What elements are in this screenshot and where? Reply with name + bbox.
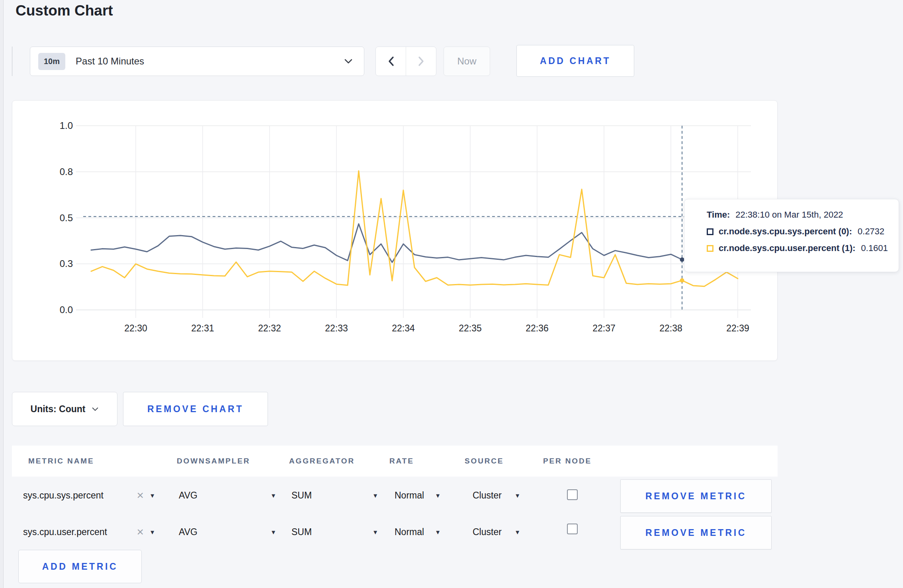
time-range-select[interactable]: 10m Past 10 Minutes <box>30 47 364 76</box>
caret-down-icon: ▼ <box>149 529 155 535</box>
units-select[interactable]: Units: Count <box>12 392 117 426</box>
aggregator-dropdown[interactable]: SUM ▼ <box>291 523 378 541</box>
x-axis-tick-label: 22:35 <box>459 323 482 333</box>
y-axis-tick-label: 0.5 <box>60 212 73 223</box>
source-value: Cluster <box>473 527 502 537</box>
aggregator-value: SUM <box>291 527 312 537</box>
source-dropdown[interactable]: Cluster ▼ <box>473 486 520 504</box>
toolbar-divider <box>12 47 12 76</box>
caret-down-icon: ▼ <box>270 529 276 535</box>
rate-value: Normal <box>395 490 424 501</box>
metric-name-value: sys.cpu.user.percent <box>23 527 134 537</box>
metrics-table-header: METRIC NAME DOWNSAMPLER AGGREGATOR RATE … <box>12 446 778 477</box>
downsampler-dropdown[interactable]: AVG ▼ <box>179 523 276 541</box>
source-dropdown[interactable]: Cluster ▼ <box>473 523 520 541</box>
series-line-1 <box>91 171 738 286</box>
metric-name-dropdown[interactable]: sys.cpu.user.percent × ▼ <box>23 523 155 541</box>
downsampler-value: AVG <box>179 490 197 501</box>
x-axis-tick-label: 22:30 <box>124 323 147 333</box>
clear-metric-icon[interactable]: × <box>137 526 144 538</box>
chevron-down-icon <box>92 407 99 411</box>
collapsed-sidebar-gutter <box>0 0 4 588</box>
clear-metric-icon[interactable]: × <box>137 489 144 501</box>
per-node-checkbox[interactable] <box>567 524 578 534</box>
tooltip-time-value: 22:38:10 on Mar 15th, 2022 <box>735 210 843 220</box>
source-value: Cluster <box>473 490 502 501</box>
table-row: sys.cpu.sys.percent × ▼ AVG ▼ SUM ▼ Norm… <box>12 486 778 504</box>
remove-metric-button[interactable]: REMOVE METRIC <box>620 516 772 549</box>
col-header-aggregator: AGGREGATOR <box>289 457 355 465</box>
time-range-label: Past 10 Minutes <box>76 56 344 67</box>
tooltip-time-label: Time: <box>707 210 730 220</box>
crosshair-dot-1 <box>680 278 684 282</box>
y-axis-tick-label: 0.3 <box>60 258 73 269</box>
series-0-swatch-icon <box>707 228 713 235</box>
caret-down-icon: ▼ <box>372 492 378 499</box>
add-metric-button[interactable]: ADD METRIC <box>18 550 142 583</box>
tooltip-series-row: cr.node.sys.cpu.user.percent (1): 0.1601 <box>707 243 899 253</box>
page-title: Custom Chart <box>16 2 113 19</box>
metric-name-value: sys.cpu.sys.percent <box>23 490 134 501</box>
tooltip-series-1-value: 0.1601 <box>861 243 888 253</box>
caret-down-icon: ▼ <box>514 529 520 535</box>
rate-dropdown[interactable]: Normal ▼ <box>395 486 441 504</box>
chart-card: 0.00.30.50.81.022:3022:3122:3222:3322:34… <box>12 100 778 361</box>
x-axis-tick-label: 22:36 <box>526 323 549 333</box>
col-header-per-node: PER NODE <box>543 457 592 465</box>
tooltip-series-row: cr.node.sys.cpu.sys.percent (0): 0.2732 <box>707 226 899 237</box>
rate-value: Normal <box>395 527 424 537</box>
col-header-source: SOURCE <box>465 457 504 465</box>
crosshair-dot-0 <box>680 257 684 262</box>
x-axis-tick-label: 22:31 <box>191 323 214 333</box>
x-axis-tick-label: 22:38 <box>659 323 682 333</box>
x-axis-tick-label: 22:34 <box>392 323 415 333</box>
tooltip-series-0-label: cr.node.sys.cpu.sys.percent (0): <box>719 226 852 237</box>
remove-metric-button[interactable]: REMOVE METRIC <box>620 479 772 513</box>
remove-chart-button[interactable]: REMOVE CHART <box>123 392 268 426</box>
y-axis-tick-label: 1.0 <box>60 120 73 131</box>
x-axis-tick-label: 22:39 <box>726 323 749 333</box>
aggregator-value: SUM <box>291 490 312 501</box>
time-pager <box>375 47 436 76</box>
table-row: sys.cpu.user.percent × ▼ AVG ▼ SUM ▼ Nor… <box>12 523 778 541</box>
col-header-rate: RATE <box>389 457 414 465</box>
series-line-0 <box>91 224 738 263</box>
x-axis-tick-label: 22:32 <box>258 323 281 333</box>
timeseries-chart[interactable]: 0.00.30.50.81.022:3022:3122:3222:3322:34… <box>12 101 778 361</box>
aggregator-dropdown[interactable]: SUM ▼ <box>291 486 378 504</box>
chevron-left-icon <box>388 56 394 66</box>
chevron-right-icon <box>418 56 424 66</box>
caret-down-icon: ▼ <box>270 492 276 499</box>
units-label: Units: Count <box>31 404 86 415</box>
col-header-metric-name: METRIC NAME <box>28 457 94 465</box>
tooltip-series-0-value: 0.2732 <box>858 226 884 237</box>
caret-down-icon: ▼ <box>435 529 441 535</box>
y-axis-tick-label: 0.8 <box>60 166 73 177</box>
caret-down-icon: ▼ <box>149 492 155 499</box>
caret-down-icon: ▼ <box>514 492 520 499</box>
chevron-down-icon <box>344 58 353 64</box>
downsampler-value: AVG <box>179 527 197 537</box>
x-axis-tick-label: 22:37 <box>592 323 616 333</box>
series-1-swatch-icon <box>707 245 713 252</box>
chart-tooltip: Time: 22:38:10 on Mar 15th, 2022 cr.node… <box>684 199 899 272</box>
caret-down-icon: ▼ <box>435 492 441 499</box>
add-chart-button[interactable]: ADD CHART <box>516 45 634 77</box>
metric-name-dropdown[interactable]: sys.cpu.sys.percent × ▼ <box>23 486 155 504</box>
x-axis-tick-label: 22:33 <box>325 323 348 333</box>
rate-dropdown[interactable]: Normal ▼ <box>395 523 441 541</box>
now-button[interactable]: Now <box>444 47 490 76</box>
prev-time-button[interactable] <box>376 47 406 76</box>
col-header-downsampler: DOWNSAMPLER <box>177 457 250 465</box>
caret-down-icon: ▼ <box>372 529 378 535</box>
tooltip-time-row: Time: 22:38:10 on Mar 15th, 2022 <box>707 210 899 220</box>
y-axis-tick-label: 0.0 <box>60 304 73 315</box>
tooltip-series-1-label: cr.node.sys.cpu.user.percent (1): <box>719 243 856 253</box>
per-node-checkbox[interactable] <box>567 489 578 500</box>
downsampler-dropdown[interactable]: AVG ▼ <box>179 486 276 504</box>
next-time-button[interactable] <box>406 47 436 76</box>
time-range-badge: 10m <box>38 53 65 70</box>
